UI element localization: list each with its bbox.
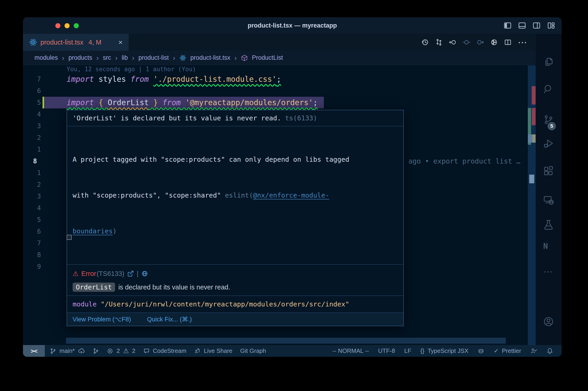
code-line-import-styles[interactable]: import styles from './product-list.modul… xyxy=(67,73,281,85)
breadcrumb-item[interactable]: src xyxy=(103,54,111,61)
react-icon xyxy=(29,38,37,46)
error-header-row: ⚠ Error(TS6133) | xyxy=(73,267,398,280)
status-right: -- NORMAL -- UTF-8 LF {}TypeScript JSX ✓… xyxy=(332,347,562,355)
run-debug-icon[interactable] xyxy=(543,138,554,149)
line-number: 7 xyxy=(30,73,41,85)
code-token: { xyxy=(98,98,103,107)
open-changes-icon[interactable] xyxy=(490,38,498,46)
codelens-blame[interactable]: You, 12 seconds ago | 1 author (You) xyxy=(67,65,196,73)
breadcrumb-item[interactable]: modules xyxy=(34,54,58,61)
horizontal-scrollbar[interactable] xyxy=(66,338,506,344)
code-line-import-orderlist[interactable]: import { OrderList } from '@myreactapp/m… xyxy=(67,97,318,108)
code-token xyxy=(149,75,154,84)
current-line-number: 8 xyxy=(33,155,44,167)
window-title: product-list.tsx — myreactapp xyxy=(23,17,562,34)
explorer-icon[interactable] xyxy=(543,57,554,68)
error-code: (TS6133) xyxy=(96,270,124,278)
toggle-left-sidebar-icon[interactable] xyxy=(504,21,512,30)
code-token: import xyxy=(67,75,94,84)
git-graph-status-icon[interactable] xyxy=(92,348,99,354)
breadcrumb-item[interactable]: ProductList xyxy=(252,54,283,61)
line-number: 5 xyxy=(30,214,41,226)
line-number: 2 xyxy=(30,179,41,191)
more-actions-icon[interactable]: ⋯ xyxy=(518,38,527,46)
encoding-indicator[interactable]: UTF-8 xyxy=(378,347,395,355)
liveshare-label: Live Share xyxy=(204,347,233,355)
compare-changes-icon[interactable] xyxy=(435,38,443,46)
extensions-icon[interactable] xyxy=(543,166,554,177)
breadcrumb-item[interactable]: products xyxy=(69,54,92,61)
line-number: 3 xyxy=(30,191,41,202)
breadcrumb-item[interactable]: lib xyxy=(122,54,128,61)
breadcrumb-item[interactable]: product-list xyxy=(139,54,169,61)
vim-mode-indicator: -- NORMAL -- xyxy=(332,347,369,355)
open-external-icon[interactable] xyxy=(127,270,134,277)
code-token: styles xyxy=(94,75,130,84)
eslint-rule-link[interactable]: @nx/enforce-module- xyxy=(253,191,329,199)
customize-layout-icon[interactable] xyxy=(547,21,555,30)
line-number: 5 xyxy=(30,97,41,108)
toggle-panel-icon[interactable] xyxy=(518,21,526,30)
activity-bar: 5 N ⋯ ⚙ 1 xyxy=(536,34,562,345)
toggle-right-sidebar-icon[interactable] xyxy=(532,21,541,30)
remote-indicator[interactable]: >< xyxy=(23,345,45,357)
copilot-icon[interactable] xyxy=(478,348,484,355)
codestream-label: CodeStream xyxy=(153,347,186,355)
close-tab-icon[interactable]: × xyxy=(118,38,123,47)
code-token: from xyxy=(162,98,180,107)
warning-triangle-icon: ⚠ xyxy=(73,270,79,278)
eslint-message-text: with "scope:products", "scope:shared" xyxy=(73,191,225,199)
codestream-status[interactable]: CodeStream xyxy=(143,347,186,355)
error-label: Error xyxy=(81,270,96,278)
popup-resize-handle[interactable] xyxy=(67,235,72,240)
module-keyword: module xyxy=(73,300,97,308)
eslint-message-line: boundaries) xyxy=(73,225,398,237)
code-token xyxy=(149,98,154,107)
breadcrumb-item[interactable]: product-list.tsx xyxy=(190,54,230,61)
next-change-icon[interactable] xyxy=(476,38,484,46)
prev-change-icon[interactable] xyxy=(463,38,470,46)
error-count: 2 xyxy=(116,347,120,355)
chevron-right-icon: › xyxy=(96,54,99,62)
comment-bubble-icon xyxy=(143,348,150,354)
line-number: 8 xyxy=(30,249,41,261)
popup-action-bar: View Problem (⌥F8) Quick Fix... (⌘.) xyxy=(67,312,403,326)
check-icon: ✓ xyxy=(494,347,499,355)
view-problem-link[interactable]: View Problem (⌥F8) xyxy=(73,316,131,323)
eslint-rule-link[interactable]: boundaries xyxy=(73,227,113,235)
nx-console-icon[interactable]: N xyxy=(543,241,548,251)
line-number: 6 xyxy=(30,226,41,237)
popup-module-path: module "/Users/juri/nrwl/content/myreact… xyxy=(67,295,403,312)
nav-back-icon[interactable] xyxy=(449,38,457,46)
split-editor-icon[interactable] xyxy=(504,38,512,46)
line-number: 1 xyxy=(30,167,41,179)
eol-indicator[interactable]: LF xyxy=(404,347,411,355)
status-left: main* 2⚠2 CodeStream Live Share Git Grap… xyxy=(45,347,266,355)
gitgraph-status[interactable]: Git Graph xyxy=(240,347,266,355)
account-icon[interactable] xyxy=(543,316,554,327)
title-bar: product-list.tsx — myreactapp xyxy=(23,17,562,34)
line-number: 2 xyxy=(30,132,41,144)
prettier-status[interactable]: ✓Prettier xyxy=(494,347,521,355)
notifications-bell-icon[interactable] xyxy=(546,348,553,355)
testing-beaker-icon[interactable] xyxy=(543,219,554,230)
module-path-string: "/Users/juri/nrwl/content/myreactapp/mod… xyxy=(101,300,349,308)
feedback-icon[interactable] xyxy=(530,348,537,355)
eslint-message-line: A project tagged with "scope:products" c… xyxy=(73,153,398,165)
problems-status[interactable]: 2⚠2 xyxy=(107,347,135,355)
error-circle-icon xyxy=(107,348,113,354)
overview-ruler[interactable] xyxy=(528,66,536,345)
timeline-history-icon[interactable] xyxy=(421,38,429,46)
remote-explorer-icon[interactable] xyxy=(543,195,554,205)
branch-status[interactable]: main* xyxy=(50,347,85,355)
line-number: 1 xyxy=(30,144,41,155)
line-number: 3 xyxy=(30,120,41,132)
quick-fix-link[interactable]: Quick Fix... (⌘.) xyxy=(147,316,192,323)
globe-icon[interactable] xyxy=(141,270,148,277)
liveshare-status[interactable]: Live Share xyxy=(194,347,233,355)
tab-product-list[interactable]: product-list.tsx 4, M × xyxy=(23,34,129,51)
language-indicator[interactable]: {}TypeScript JSX xyxy=(420,347,468,355)
share-arrow-icon xyxy=(194,348,201,354)
search-icon[interactable] xyxy=(543,84,554,95)
more-views-icon[interactable]: ⋯ xyxy=(543,266,553,277)
